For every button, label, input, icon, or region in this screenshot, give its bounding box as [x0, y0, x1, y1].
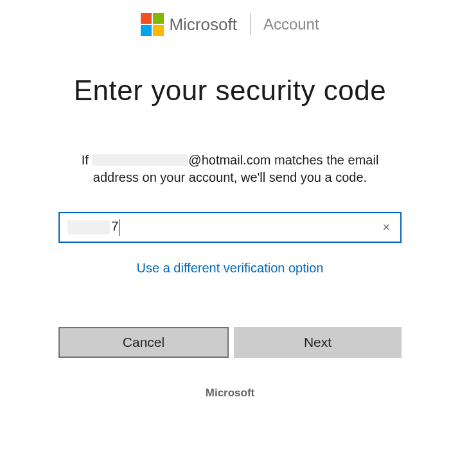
page-title: Enter your security code [58, 75, 402, 107]
redacted-email-local [92, 154, 188, 166]
microsoft-logo-text: Microsoft [169, 15, 236, 35]
main-content: Enter your security code If @hotmail.com… [58, 42, 402, 400]
header-divider [250, 13, 251, 35]
instruction-prefix: If [82, 153, 93, 167]
next-button[interactable]: Next [234, 327, 402, 358]
cancel-button[interactable]: Cancel [58, 327, 229, 358]
instruction-email-domain: @hotmail.com [188, 153, 270, 167]
clear-input-icon[interactable]: ✕ [378, 220, 394, 235]
alt-verification-link[interactable]: Use a different verification option [58, 261, 402, 276]
instruction-text: If @hotmail.com matches the email addres… [58, 152, 402, 186]
security-code-input[interactable] [58, 212, 402, 243]
microsoft-logo-icon [141, 13, 164, 36]
header-section-label: Account [263, 15, 319, 33]
footer-brand: Microsoft [58, 387, 402, 400]
microsoft-logo: Microsoft [141, 13, 236, 36]
code-input-container: 7 ✕ [58, 212, 402, 243]
button-row: Cancel Next [58, 327, 402, 358]
page-header: Microsoft Account [0, 0, 460, 42]
